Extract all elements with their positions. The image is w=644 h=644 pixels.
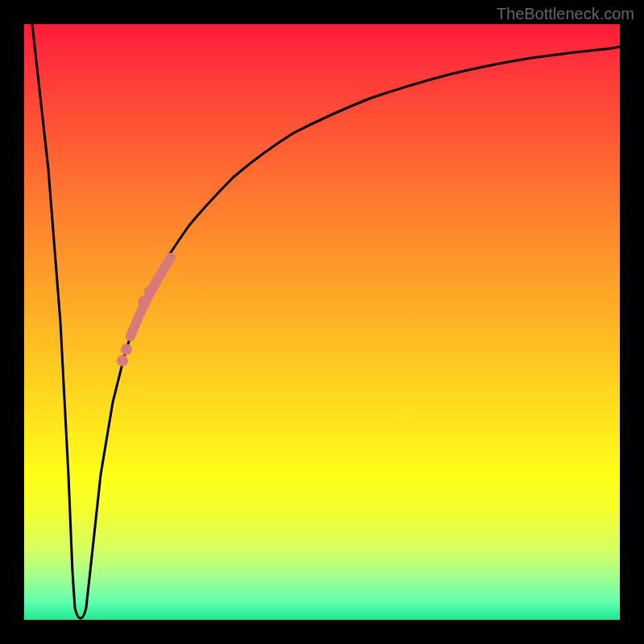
highlight-dot-4	[121, 344, 132, 355]
bottleneck-curve	[32, 24, 620, 618]
highlight-segment-upper	[130, 258, 171, 336]
highlight-dot-2	[144, 286, 155, 297]
chart-svg	[24, 24, 620, 620]
highlight-dot-1	[138, 296, 149, 308]
highlight-dot-3	[117, 355, 128, 366]
watermark-text: TheBottleneck.com	[497, 5, 634, 23]
chart-container	[24, 24, 620, 620]
